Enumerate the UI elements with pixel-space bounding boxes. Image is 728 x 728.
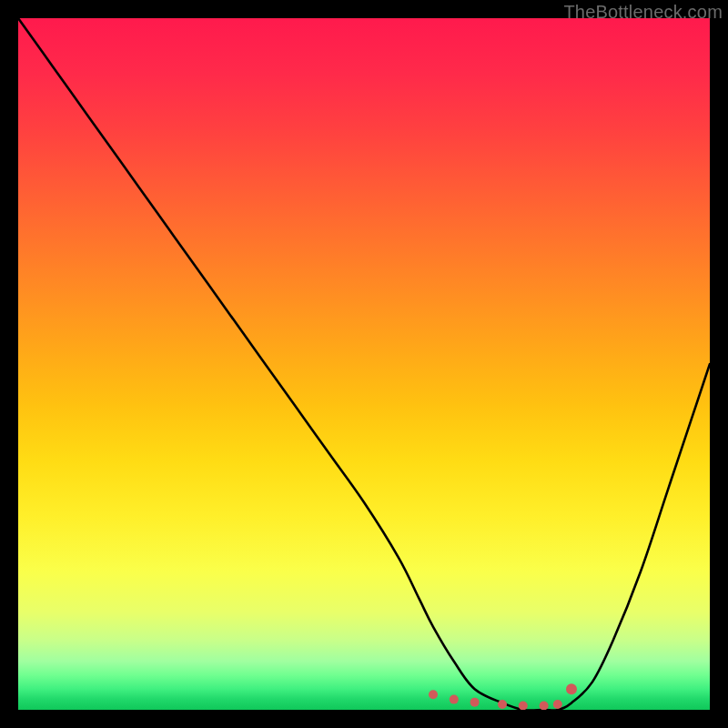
trough-marker-group: [429, 683, 577, 710]
curve-svg: [18, 18, 710, 710]
trough-marker: [519, 701, 528, 710]
trough-marker: [498, 700, 507, 709]
chart-frame: TheBottleneck.com: [0, 0, 728, 728]
plot-area: [18, 18, 710, 710]
trough-marker: [450, 695, 459, 704]
trough-marker: [566, 683, 577, 694]
trough-marker: [540, 701, 549, 710]
bottleneck-curve: [18, 18, 710, 710]
trough-marker: [470, 698, 480, 707]
trough-marker: [429, 690, 438, 699]
trough-marker: [553, 700, 562, 709]
